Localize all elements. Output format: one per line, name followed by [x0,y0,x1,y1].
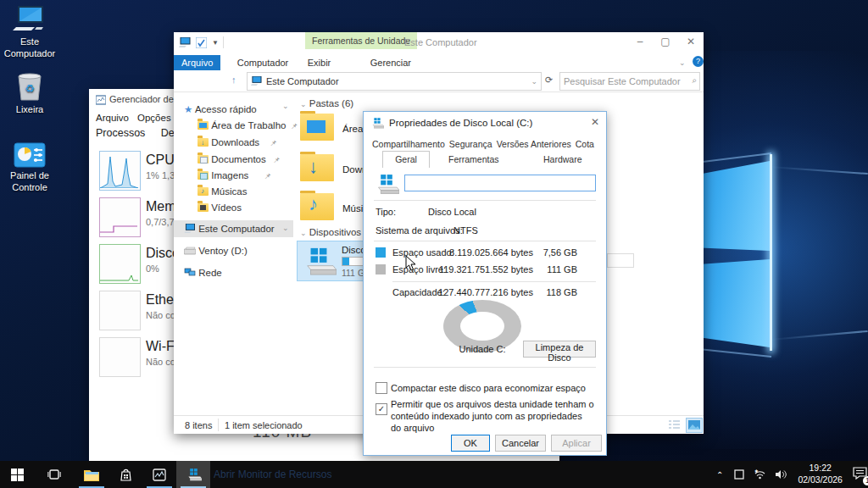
search-input[interactable] [562,74,682,89]
nav-quick-access[interactable]: ★ Acesso rápido [184,103,257,115]
this-pc-small-icon [251,76,262,86]
chevron-down-icon[interactable]: ⌄ [282,224,289,232]
disk-graph[interactable] [99,244,141,284]
tab-exibir[interactable]: Exibir [300,55,339,70]
index-checkbox[interactable]: ✓ [376,403,387,415]
window-title: Este Computador [404,37,477,47]
ethernet-graph[interactable] [99,291,141,330]
cpu-graph[interactable] [99,151,141,191]
filesystem-label: Sistema de arquivos: [376,225,463,236]
wifi-icon[interactable]: ✱ [754,469,766,480]
up-arrow-icon[interactable]: ↑ [231,75,236,85]
address-bar[interactable]: Este Computador ⌄ [247,72,542,91]
address-dropdown-icon[interactable]: ⌄ [531,77,537,86]
compact-checkbox-label: Compactar este disco para economizar esp… [391,383,594,393]
tab-hardware[interactable]: Hardware [543,154,582,164]
tab-computador[interactable]: Computador [230,55,297,70]
volume-icon[interactable] [775,469,787,480]
maximize-button[interactable]: ▢ [653,32,678,53]
nav-desktop[interactable]: Área de Trabalho📌︎ [198,120,298,130]
clock-date: 02/03/2026 [798,474,843,485]
minimize-button[interactable]: – [627,32,653,53]
taskbar-store-icon[interactable] [108,461,142,488]
desktop-icon-label: Lixeira [16,104,43,114]
menu-arquivo[interactable]: Arquivo [96,113,129,123]
drive-tools-contextual-tab[interactable]: Ferramentas de Unidade [305,32,417,49]
desktop-icon-label: Painel de Controle [10,170,49,192]
tab-compartilhamento[interactable]: Compartilhamento [372,139,445,149]
tab-geral-selected[interactable]: Geral [382,151,430,168]
tray-app-icon[interactable] [734,469,744,480]
perf-cpu-detail: 1% 1,3 [146,170,175,180]
tab-cota[interactable]: Cota [576,139,594,149]
tile-desktop[interactable]: Área de Trabalho [300,114,334,144]
quick-access-properties-icon[interactable] [196,36,207,52]
memory-graph[interactable] [99,197,141,237]
start-button[interactable] [0,461,34,488]
taskbar-active-drive-icon[interactable] [176,461,210,488]
compact-checkbox[interactable] [376,382,387,394]
action-center-icon[interactable]: 1 [853,467,867,483]
nav-network[interactable]: Rede [184,268,222,278]
tab-versoes-anteriores[interactable]: Versões Anteriores [497,139,571,149]
tab-gerenciar[interactable]: Gerenciar [363,55,419,70]
divider [374,367,596,368]
search-box[interactable]: ⌕ [559,72,700,91]
tab-arquivo[interactable]: Arquivo [174,55,220,70]
menu-opcoes[interactable]: Opções [137,113,171,123]
perf-wifi-label: Wi-Fi [146,339,177,354]
ok-button[interactable]: OK [451,435,490,452]
mouse-cursor [405,255,417,272]
group-header-folders[interactable]: ⌄ Pastas (6) [300,98,353,108]
volume-label-input[interactable] [404,175,596,191]
pin-icon: 📌︎ [273,156,281,164]
nav-documents[interactable]: Documentos📌︎ [198,154,281,164]
details-view-icon[interactable] [668,419,681,432]
nav-videos[interactable]: Vídeos [198,202,242,213]
this-pc-icon [13,5,47,34]
nav-downloads[interactable]: ↓ Downloads📌︎ [198,137,277,147]
ribbon-collapse-icon[interactable]: ⌄ [679,58,686,67]
apply-button[interactable]: Aplicar [551,435,602,452]
system-tray: ⌃ ✱ 19:22 02/03/2026 1 [710,461,868,488]
tab-seguranca[interactable]: Segurança [449,139,492,149]
task-view-button[interactable] [37,461,71,488]
ribbon-tabbar: Arquivo Computador Exibir Gerenciar ⌄ ? [174,54,704,71]
clock[interactable]: 19:22 02/03/2026 [798,463,843,485]
perf-memory-detail: 0,7/3,7 [146,217,175,227]
disk-cleanup-button[interactable]: Limpeza de Disco [523,341,596,358]
nav-pictures[interactable]: Imagens📌︎ [198,170,271,180]
taskbar-explorer-icon[interactable] [75,461,108,488]
task-manager-app-icon [96,93,106,108]
taskbar-task-manager-icon[interactable] [142,461,176,488]
index-checkbox-label: Permitir que os arquivos desta unidade t… [391,399,594,434]
refresh-icon[interactable]: ⟳ [545,75,553,86]
chevron-down-icon[interactable]: ⌄ [282,102,289,110]
tab-ferramentas[interactable]: Ferramentas [448,154,499,164]
used-size: 7,56 GB [540,247,577,258]
explorer-app-icon [179,36,191,52]
nav-this-pc[interactable]: Este Computador [184,224,275,234]
quick-access-dropdown-icon[interactable]: ▼ [212,39,219,47]
desktop-icon-control-panel[interactable]: Painel de Controle [2,142,58,194]
close-button[interactable]: ✕ [678,32,704,53]
nav-music[interactable]: ♪ Músicas [198,186,247,197]
cancel-button[interactable]: Cancelar [495,435,546,452]
help-icon[interactable]: ? [693,56,704,67]
wifi-graph[interactable] [99,337,141,377]
notification-badge: 1 [863,476,868,485]
tile-downloads[interactable]: ↓ Downloads [300,154,334,185]
free-space-swatch [376,264,386,274]
network-icon [184,268,196,277]
hidden-icons-chevron-icon[interactable]: ⌃ [716,470,723,480]
tile-music[interactable]: ♪ Músicas [300,193,334,224]
address-row: ↑ Este Computador ⌄ ⟳ ⌕ [174,71,704,92]
nav-ventoy[interactable]: Ventoy (D:) [184,246,248,256]
thumbnail-view-icon[interactable] [686,418,703,433]
breadcrumb[interactable]: Este Computador [266,76,339,86]
desktop-icon-recycle-bin[interactable]: ♻ Lixeira [2,71,58,116]
tab-processos[interactable]: Processos [96,127,145,139]
search-icon[interactable]: ⌕ [692,75,697,86]
desktop-icon-this-pc[interactable]: Este Computador [2,5,58,60]
dialog-close-icon[interactable]: ✕ [591,116,599,128]
